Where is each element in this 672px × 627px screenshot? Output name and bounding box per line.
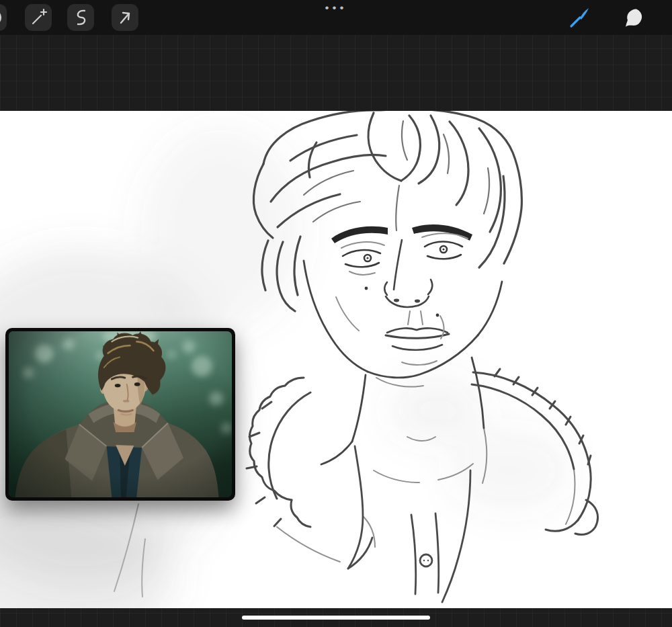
smudge-icon [619,4,646,31]
reference-image-panel[interactable] [5,328,235,501]
top-toolbar: ••• [0,0,672,35]
home-indicator-bar[interactable] [242,616,430,620]
sketch-button-holes [423,560,429,561]
reference-photo [9,331,232,497]
sketch-nose [384,240,432,307]
brush-tool-button[interactable] [566,4,593,31]
smudge-tool-button[interactable] [619,4,646,31]
sketch-lips [386,328,449,349]
sketch-nostrils [394,299,420,303]
procreate-app: ••• [0,0,672,627]
brush-icon [566,4,593,31]
sketch-eyes [343,242,462,267]
